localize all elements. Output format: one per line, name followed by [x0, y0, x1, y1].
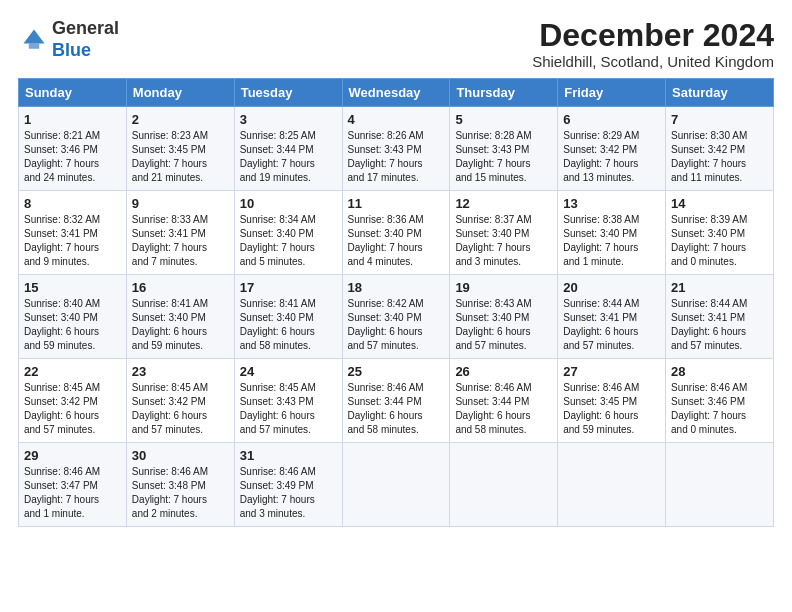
day-cell: 11Sunrise: 8:36 AMSunset: 3:40 PMDayligh… [342, 191, 450, 275]
day-cell: 15Sunrise: 8:40 AMSunset: 3:40 PMDayligh… [19, 275, 127, 359]
day-cell: 9Sunrise: 8:33 AMSunset: 3:41 PMDaylight… [126, 191, 234, 275]
day-number: 1 [24, 112, 121, 127]
day-number: 14 [671, 196, 768, 211]
day-cell: 18Sunrise: 8:42 AMSunset: 3:40 PMDayligh… [342, 275, 450, 359]
day-info: and 19 minutes. [240, 171, 337, 185]
day-info: and 57 minutes. [455, 339, 552, 353]
day-info: and 15 minutes. [455, 171, 552, 185]
column-header-saturday: Saturday [666, 79, 774, 107]
svg-marker-1 [24, 29, 45, 43]
day-info: Daylight: 6 hours [132, 409, 229, 423]
logo-icon [20, 26, 48, 54]
day-info: Sunrise: 8:23 AM [132, 129, 229, 143]
svg-rect-2 [29, 43, 40, 48]
day-info: Sunrise: 8:33 AM [132, 213, 229, 227]
day-info: Daylight: 7 hours [563, 157, 660, 171]
day-info: Sunrise: 8:45 AM [240, 381, 337, 395]
day-info: Daylight: 7 hours [671, 241, 768, 255]
day-info: Sunset: 3:46 PM [24, 143, 121, 157]
day-info: and 58 minutes. [455, 423, 552, 437]
day-cell: 30Sunrise: 8:46 AMSunset: 3:48 PMDayligh… [126, 443, 234, 527]
day-number: 28 [671, 364, 768, 379]
day-info: Daylight: 6 hours [24, 325, 121, 339]
day-info: Sunset: 3:42 PM [24, 395, 121, 409]
day-info: Daylight: 7 hours [132, 157, 229, 171]
day-info: Sunrise: 8:25 AM [240, 129, 337, 143]
day-info: Daylight: 6 hours [24, 409, 121, 423]
day-cell [450, 443, 558, 527]
day-info: Daylight: 7 hours [348, 241, 445, 255]
day-number: 23 [132, 364, 229, 379]
calendar-table: SundayMondayTuesdayWednesdayThursdayFrid… [18, 78, 774, 527]
day-number: 16 [132, 280, 229, 295]
day-info: Sunrise: 8:37 AM [455, 213, 552, 227]
day-number: 18 [348, 280, 445, 295]
day-info: Sunrise: 8:30 AM [671, 129, 768, 143]
day-info: Sunset: 3:42 PM [563, 143, 660, 157]
column-header-friday: Friday [558, 79, 666, 107]
day-number: 21 [671, 280, 768, 295]
day-info: Daylight: 6 hours [348, 325, 445, 339]
day-info: Daylight: 6 hours [563, 409, 660, 423]
day-info: Sunset: 3:41 PM [563, 311, 660, 325]
day-info: Sunset: 3:48 PM [132, 479, 229, 493]
day-info: Daylight: 6 hours [240, 325, 337, 339]
day-info: Sunset: 3:41 PM [24, 227, 121, 241]
day-number: 15 [24, 280, 121, 295]
day-info: Sunset: 3:45 PM [132, 143, 229, 157]
day-info: Daylight: 6 hours [132, 325, 229, 339]
day-info: Daylight: 7 hours [24, 157, 121, 171]
day-number: 25 [348, 364, 445, 379]
day-cell [558, 443, 666, 527]
day-info: Daylight: 7 hours [348, 157, 445, 171]
day-info: and 1 minute. [563, 255, 660, 269]
day-info: Sunrise: 8:29 AM [563, 129, 660, 143]
day-cell: 10Sunrise: 8:34 AMSunset: 3:40 PMDayligh… [234, 191, 342, 275]
day-info: Sunrise: 8:38 AM [563, 213, 660, 227]
day-info: Sunset: 3:41 PM [132, 227, 229, 241]
day-info: and 3 minutes. [455, 255, 552, 269]
day-cell: 23Sunrise: 8:45 AMSunset: 3:42 PMDayligh… [126, 359, 234, 443]
day-info: Sunset: 3:47 PM [24, 479, 121, 493]
day-info: Sunrise: 8:46 AM [563, 381, 660, 395]
day-info: Daylight: 7 hours [24, 241, 121, 255]
day-cell: 19Sunrise: 8:43 AMSunset: 3:40 PMDayligh… [450, 275, 558, 359]
day-info: Sunrise: 8:46 AM [671, 381, 768, 395]
day-cell: 21Sunrise: 8:44 AMSunset: 3:41 PMDayligh… [666, 275, 774, 359]
column-header-monday: Monday [126, 79, 234, 107]
day-info: Sunset: 3:40 PM [348, 227, 445, 241]
day-info: and 57 minutes. [348, 339, 445, 353]
day-info: Daylight: 6 hours [563, 325, 660, 339]
day-info: and 21 minutes. [132, 171, 229, 185]
month-title: December 2024 [532, 18, 774, 53]
column-header-tuesday: Tuesday [234, 79, 342, 107]
day-info: Sunset: 3:40 PM [455, 227, 552, 241]
day-info: and 58 minutes. [240, 339, 337, 353]
day-cell: 4Sunrise: 8:26 AMSunset: 3:43 PMDaylight… [342, 107, 450, 191]
day-info: Sunset: 3:40 PM [240, 227, 337, 241]
day-info: Sunrise: 8:43 AM [455, 297, 552, 311]
day-info: Sunset: 3:45 PM [563, 395, 660, 409]
day-number: 8 [24, 196, 121, 211]
day-info: and 7 minutes. [132, 255, 229, 269]
day-info: and 57 minutes. [563, 339, 660, 353]
day-info: Daylight: 7 hours [240, 157, 337, 171]
day-cell: 5Sunrise: 8:28 AMSunset: 3:43 PMDaylight… [450, 107, 558, 191]
day-number: 12 [455, 196, 552, 211]
day-cell: 22Sunrise: 8:45 AMSunset: 3:42 PMDayligh… [19, 359, 127, 443]
day-cell: 14Sunrise: 8:39 AMSunset: 3:40 PMDayligh… [666, 191, 774, 275]
day-info: Sunset: 3:41 PM [671, 311, 768, 325]
day-info: and 17 minutes. [348, 171, 445, 185]
day-number: 3 [240, 112, 337, 127]
day-cell: 20Sunrise: 8:44 AMSunset: 3:41 PMDayligh… [558, 275, 666, 359]
day-number: 7 [671, 112, 768, 127]
day-info: and 57 minutes. [24, 423, 121, 437]
week-row-5: 29Sunrise: 8:46 AMSunset: 3:47 PMDayligh… [19, 443, 774, 527]
week-row-3: 15Sunrise: 8:40 AMSunset: 3:40 PMDayligh… [19, 275, 774, 359]
day-info: Sunrise: 8:28 AM [455, 129, 552, 143]
day-info: and 57 minutes. [671, 339, 768, 353]
day-info: Sunset: 3:44 PM [348, 395, 445, 409]
header: General Blue December 2024 Shieldhill, S… [18, 18, 774, 70]
day-info: Sunset: 3:40 PM [563, 227, 660, 241]
day-info: Daylight: 6 hours [455, 409, 552, 423]
